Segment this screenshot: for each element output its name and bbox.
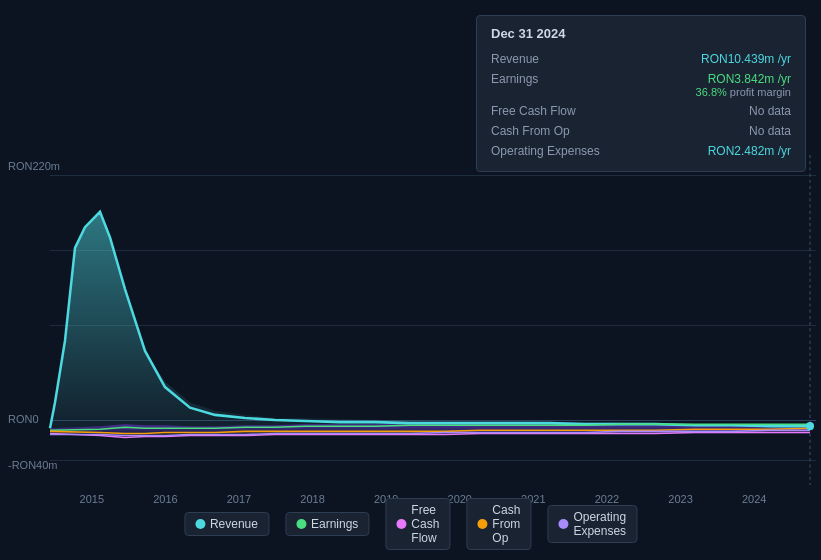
legend-fcf-label: Free Cash Flow <box>411 503 439 545</box>
chart-container: Dec 31 2024 Revenue RON10.439m /yr Earni… <box>0 0 821 560</box>
legend-fcf[interactable]: Free Cash Flow <box>385 498 450 550</box>
fcf-row: Free Cash Flow No data <box>491 101 791 121</box>
info-tooltip: Dec 31 2024 Revenue RON10.439m /yr Earni… <box>476 15 806 172</box>
revenue-dot <box>195 519 205 529</box>
fcf-label: Free Cash Flow <box>491 104 621 118</box>
cashfromop-value: No data <box>749 124 791 138</box>
cashfromop-row: Cash From Op No data <box>491 121 791 141</box>
legend-earnings[interactable]: Earnings <box>285 512 369 536</box>
legend-earnings-label: Earnings <box>311 517 358 531</box>
x-label-2024: 2024 <box>742 493 766 505</box>
legend-cashfromop[interactable]: Cash From Op <box>466 498 531 550</box>
legend-cashfromop-label: Cash From Op <box>492 503 520 545</box>
legend-revenue[interactable]: Revenue <box>184 512 269 536</box>
legend-opex-label: Operating Expenses <box>573 510 626 538</box>
earnings-dot <box>296 519 306 529</box>
chart-svg <box>0 155 821 485</box>
opex-row: Operating Expenses RON2.482m /yr <box>491 141 791 161</box>
revenue-value: RON10.439m /yr <box>701 52 791 66</box>
chart-legend: Revenue Earnings Free Cash Flow Cash Fro… <box>184 498 637 550</box>
svg-point-1 <box>806 422 814 430</box>
x-label-2023: 2023 <box>668 493 692 505</box>
earnings-value: RON3.842m /yr <box>696 72 791 86</box>
legend-opex[interactable]: Operating Expenses <box>547 505 637 543</box>
fcf-value: No data <box>749 104 791 118</box>
profit-margin: 36.8% profit margin <box>696 86 791 98</box>
cashfromop-label: Cash From Op <box>491 124 621 138</box>
legend-revenue-label: Revenue <box>210 517 258 531</box>
revenue-label: Revenue <box>491 52 621 66</box>
opex-label: Operating Expenses <box>491 144 621 158</box>
cashfromop-dot <box>477 519 487 529</box>
earnings-label: Earnings <box>491 72 621 86</box>
fcf-dot <box>396 519 406 529</box>
revenue-row: Revenue RON10.439m /yr <box>491 49 791 69</box>
opex-dot <box>558 519 568 529</box>
x-label-2015: 2015 <box>80 493 104 505</box>
info-title: Dec 31 2024 <box>491 26 791 41</box>
x-label-2016: 2016 <box>153 493 177 505</box>
opex-value: RON2.482m /yr <box>708 144 791 158</box>
earnings-row: Earnings RON3.842m /yr 36.8% profit marg… <box>491 69 791 101</box>
